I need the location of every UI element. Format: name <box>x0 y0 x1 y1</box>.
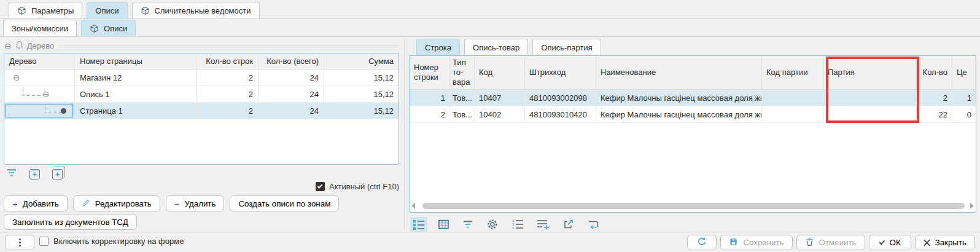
tab-zony-komissii[interactable]: Зоны/комиссии <box>3 20 77 36</box>
col-header-page[interactable]: Номер страницы <box>75 53 197 69</box>
package-icon <box>141 6 150 15</box>
collapse-icon[interactable]: ⊖ <box>4 42 12 50</box>
close-button[interactable]: Закрыть <box>915 235 975 250</box>
settings-gear-icon[interactable] <box>484 216 501 232</box>
lines-tab-bar: Строка Опись-товар Опись-партия <box>416 38 601 55</box>
cell-code: 10407 <box>475 90 525 106</box>
col-header-code[interactable]: Код <box>475 56 525 89</box>
lines-table-header: Номер строки Тип то-вара Код Штрихкод На… <box>410 56 976 90</box>
tree-group-header: ⊖ Дерево <box>4 41 399 51</box>
button-label: Редактировать <box>95 199 152 208</box>
col-header-total-count[interactable]: Кол-во (всего) <box>259 53 324 69</box>
plus-icon: + <box>12 199 18 208</box>
col-header-batch[interactable]: Партия <box>823 56 917 89</box>
col-header-sum[interactable]: Сумма <box>324 53 399 69</box>
col-header-barcode[interactable]: Штрихкод <box>525 56 596 89</box>
bell-icon[interactable] <box>15 41 23 51</box>
add-line-icon[interactable] <box>534 217 552 232</box>
list-view-button[interactable] <box>410 217 427 232</box>
create-by-zones-button[interactable]: Создать описи по зонам <box>230 195 339 211</box>
minus-icon: − <box>174 199 180 208</box>
tab-opis-partiya[interactable]: Опись-партия <box>532 39 601 55</box>
scroll-left-arrow-icon[interactable] <box>411 203 415 209</box>
package-icon <box>90 24 99 33</box>
correction-checkbox-label: Включить корректировку на форме <box>53 237 184 246</box>
group-rule <box>60 45 399 46</box>
trash-icon <box>805 237 814 248</box>
tree-cell: ⊖ <box>4 69 75 85</box>
col-header-price[interactable]: Це <box>952 56 976 89</box>
cell-page: Магазин 12 <box>75 69 197 85</box>
cell-qty: 2 <box>917 90 952 106</box>
tab-stroka[interactable]: Строка <box>416 39 460 55</box>
cell-total-count: 24 <box>259 86 324 102</box>
open-external-icon[interactable] <box>560 217 577 232</box>
filter-icon[interactable] <box>460 218 476 231</box>
numbered-list-icon[interactable]: 123 <box>509 217 526 232</box>
kebab-menu-button[interactable] <box>5 235 34 250</box>
col-header-name[interactable]: Наименование <box>596 56 762 89</box>
cell-name: Кефир Малочны гасцінец массовая доля жи.… <box>596 90 762 106</box>
reload-loop-icon[interactable] <box>585 218 602 232</box>
refresh-button[interactable] <box>687 235 717 250</box>
cell-row-count: 2 <box>197 103 259 119</box>
app-window: Параметры Описи Сличительные ведомости З… <box>0 0 980 252</box>
cell-barcode: 4810093010420 <box>525 106 596 122</box>
tree-node-collapse-icon[interactable]: ⊖ <box>42 90 50 98</box>
tree-action-buttons: + Добавить Редактировать − Удалить Созда… <box>4 195 339 211</box>
tab-label: Параметры <box>31 6 74 15</box>
cancel-button[interactable]: Отменить <box>796 235 865 250</box>
col-header-batch-code[interactable]: Код партии <box>762 56 823 89</box>
correction-checkbox[interactable] <box>39 237 49 246</box>
button-label: Отменить <box>819 238 857 247</box>
tree-row-opis[interactable]: ⊖ Опись 1 2 24 15,12 <box>4 86 399 103</box>
horizontal-scrollbar[interactable] <box>411 202 974 209</box>
col-header-row-count[interactable]: Кол-во строк <box>197 53 259 69</box>
tab-parametry[interactable]: Параметры <box>9 2 82 18</box>
tab-opisi-sub[interactable]: Описи <box>81 20 136 36</box>
tree-branch-line <box>45 104 61 112</box>
kebab-icon <box>19 245 21 246</box>
tree-node-collapse-icon[interactable]: ⊖ <box>13 73 20 82</box>
close-icon <box>924 239 930 246</box>
tree-table: Дерево Номер страницы Кол-во строк Кол-в… <box>4 53 399 165</box>
button-label: Добавить <box>23 199 59 208</box>
tree-panel: ⊖ Дерево Дерево Номер страницы Кол-во ст… <box>0 37 403 232</box>
add-multiple-icon[interactable]: + <box>52 169 63 179</box>
table-row[interactable]: 2 Тов... 10402 4810093010420 Кефир Малоч… <box>410 106 976 123</box>
ok-button[interactable]: ОК <box>869 235 911 250</box>
tab-slichitelnye-vedomosti[interactable]: Сличительные ведомости <box>132 2 260 18</box>
add-item-icon[interactable]: + <box>29 169 40 179</box>
add-button[interactable]: + Добавить <box>4 195 68 211</box>
tab-opisi[interactable]: Описи <box>87 2 127 18</box>
lines-panel: Строка Опись-товар Опись-партия Номер ст… <box>406 37 980 232</box>
tree-row-page-selected[interactable]: Страница 1 2 24 15,12 <box>4 103 399 119</box>
tree-toolbar: + + <box>6 168 63 179</box>
active-checkbox-row: Активный (ctrl F10) <box>316 182 399 191</box>
cell-line-no: 2 <box>410 106 450 122</box>
cell-item-type: Тов... <box>450 90 475 106</box>
scrollbar-thumb[interactable] <box>422 203 965 209</box>
package-icon <box>17 6 26 15</box>
grid-view-icon[interactable] <box>435 217 452 232</box>
save-button[interactable]: Сохранить <box>720 235 792 250</box>
tab-opis-tovar[interactable]: Опись-товар <box>464 39 528 55</box>
kebab-icon <box>19 242 21 243</box>
section-tab-bar: Зоны/комиссии Описи <box>0 19 980 37</box>
cell-total-count: 24 <box>259 69 324 85</box>
col-header-item-type[interactable]: Тип то-вара <box>450 56 475 89</box>
scroll-right-arrow-icon[interactable] <box>970 203 974 209</box>
cell-sum: 15,12 <box>324 103 399 119</box>
col-header-qty[interactable]: Кол-во <box>917 56 952 89</box>
tab-label: Описи <box>95 6 119 15</box>
col-header-line-no[interactable]: Номер строки <box>410 56 450 89</box>
active-checkbox[interactable] <box>316 182 325 191</box>
fill-from-tsd-button[interactable]: Заполнить из документов ТСД <box>4 214 137 230</box>
filter-icon[interactable] <box>6 168 17 179</box>
table-row[interactable]: 1 Тов... 10407 4810093002098 Кефир Малоч… <box>410 90 976 106</box>
delete-button[interactable]: − Удалить <box>166 195 225 211</box>
tree-row-store[interactable]: ⊖ Магазин 12 2 24 15,12 <box>4 69 399 86</box>
col-header-tree[interactable]: Дерево <box>4 53 75 69</box>
correction-checkbox-row: Включить корректировку на форме <box>39 237 184 246</box>
edit-button[interactable]: Редактировать <box>73 195 160 211</box>
